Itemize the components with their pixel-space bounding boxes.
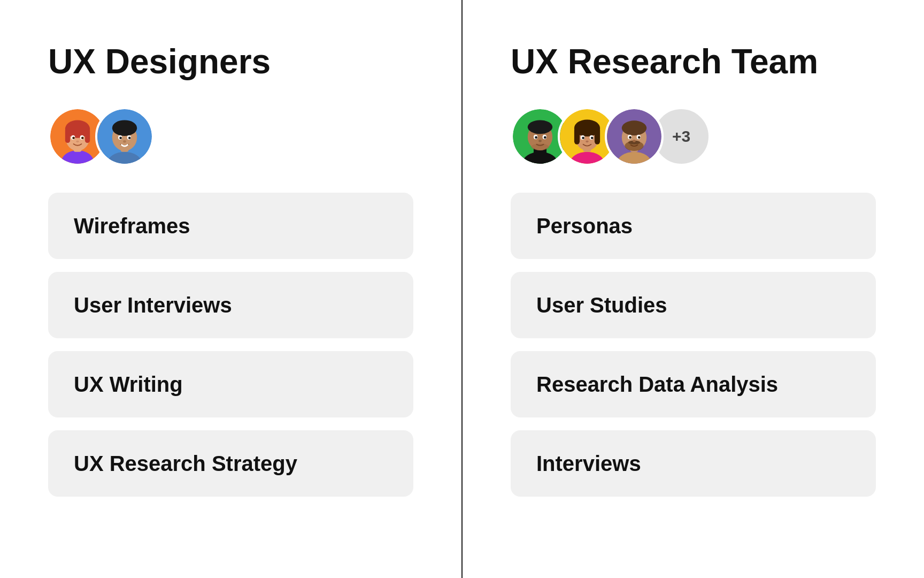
svg-point-39 xyxy=(582,137,584,140)
svg-point-14 xyxy=(112,120,137,136)
svg-point-18 xyxy=(128,137,131,140)
svg-point-8 xyxy=(72,137,75,140)
personas-card[interactable]: Personas xyxy=(511,193,876,259)
wireframes-card[interactable]: Wireframes xyxy=(48,193,413,259)
svg-point-40 xyxy=(591,137,594,140)
svg-point-25 xyxy=(531,143,549,150)
ux-designers-title: UX Designers xyxy=(48,43,413,80)
svg-point-17 xyxy=(119,137,122,140)
svg-point-42 xyxy=(617,152,651,164)
interviews-card[interactable]: Interviews xyxy=(511,430,876,497)
man-blue-face-svg xyxy=(97,109,152,164)
svg-point-19 xyxy=(123,140,126,143)
svg-point-29 xyxy=(544,136,546,139)
svg-point-28 xyxy=(535,136,537,139)
svg-point-10 xyxy=(76,141,79,143)
svg-rect-35 xyxy=(574,127,580,144)
svg-rect-5 xyxy=(85,128,90,143)
svg-point-0 xyxy=(61,150,93,164)
svg-point-51 xyxy=(638,136,641,139)
svg-point-30 xyxy=(538,140,542,142)
ux-research-title: UX Research Team xyxy=(511,43,876,80)
svg-point-52 xyxy=(633,140,636,142)
research-data-analysis-card[interactable]: Research Data Analysis xyxy=(511,351,876,417)
svg-point-11 xyxy=(107,152,141,164)
ux-designers-avatars xyxy=(48,107,413,166)
avatar-man-blue xyxy=(95,107,154,166)
svg-rect-36 xyxy=(595,127,600,144)
svg-point-9 xyxy=(81,137,84,140)
ux-research-column: UX Research Team xyxy=(463,0,924,578)
svg-point-41 xyxy=(586,141,589,143)
man-purple-face-svg xyxy=(607,109,661,164)
ux-research-strategy-card[interactable]: UX Research Strategy xyxy=(48,430,413,497)
svg-point-45 xyxy=(622,121,646,136)
svg-rect-4 xyxy=(65,128,70,143)
main-container: UX Designers xyxy=(0,0,924,578)
ux-research-avatars: +3 xyxy=(511,107,876,166)
svg-point-24 xyxy=(528,120,552,134)
svg-point-50 xyxy=(629,136,632,139)
user-interviews-card[interactable]: User Interviews xyxy=(48,272,413,338)
avatar-man-purple xyxy=(605,107,664,166)
ux-designers-column: UX Designers xyxy=(0,0,461,578)
ux-writing-card[interactable]: UX Writing xyxy=(48,351,413,417)
user-studies-card[interactable]: User Studies xyxy=(511,272,876,338)
svg-point-31 xyxy=(570,152,604,164)
